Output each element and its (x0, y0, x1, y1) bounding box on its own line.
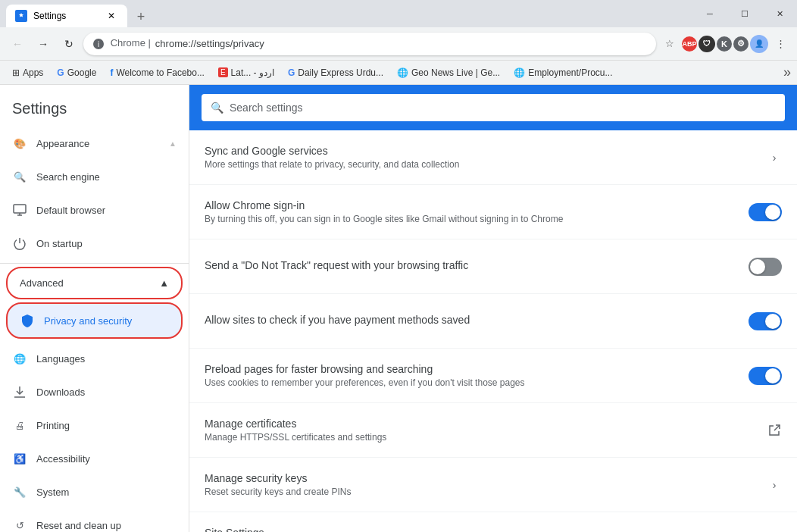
url-input[interactable]: i Chrome | chrome://settings/privacy (83, 33, 656, 55)
sidebar-item-label: Default browser (36, 205, 105, 216)
chrome-signin-toggle[interactable] (749, 203, 782, 221)
bookmark-apps[interactable]: ⊞ Apps (6, 64, 49, 81)
setting-security-keys[interactable]: Manage security keys Reset security keys… (189, 458, 797, 512)
sidebar-item-reset-clean[interactable]: ↺ Reset and clean up (0, 509, 189, 532)
sidebar-item-languages[interactable]: 🌐 Languages (0, 342, 189, 375)
tab-bar: Settings ✕ + ─ ☐ ✕ (0, 0, 797, 27)
url-path: chrome://settings/privacy (155, 38, 264, 49)
search-input[interactable]: 🔍 Search settings (202, 94, 785, 121)
new-tab-button[interactable]: + (130, 6, 152, 27)
search-icon: 🔍 (12, 169, 27, 184)
bookmark-label: Welcome to Facebo... (116, 67, 205, 78)
close-button[interactable]: ✕ (762, 0, 797, 27)
setting-keys-text: Manage security keys Reset security keys… (205, 472, 755, 497)
settings-tab[interactable]: Settings ✕ (6, 5, 127, 27)
sidebar-title: Settings (0, 85, 189, 127)
tab-close-button[interactable]: ✕ (105, 9, 118, 23)
adblock-icon[interactable]: ABP (682, 36, 697, 52)
toggle-knob (765, 205, 780, 220)
sidebar-item-label: Privacy and security (44, 315, 132, 327)
sidebar-item-label: System (36, 487, 69, 498)
bookmark-daily-express[interactable]: G Daily Express Urdu... (282, 64, 389, 81)
advanced-collapse-icon: ▲ (159, 277, 169, 289)
setting-sync-google[interactable]: Sync and Google services More settings t… (189, 130, 797, 185)
chevron-right-icon: › (767, 150, 782, 165)
toolbar-icons: ☆ ABP 🛡 K ⚙ 👤 ⋮ (659, 33, 791, 55)
download-icon (12, 384, 27, 399)
setting-certs-text: Manage certificates Manage HTTPS/SSL cer… (205, 418, 755, 443)
search-bar: 🔍 Search settings (189, 85, 797, 130)
svg-rect-2 (14, 205, 26, 213)
sidebar-item-label: Printing (36, 420, 70, 431)
sidebar-item-search-engine[interactable]: 🔍 Search engine (0, 160, 189, 193)
back-button[interactable]: ← (6, 33, 29, 55)
external-link-icon (767, 423, 782, 438)
sidebar-item-system[interactable]: 🔧 System (0, 475, 189, 509)
advanced-label: Advanced (20, 277, 64, 289)
geo-favicon: 🌐 (397, 67, 408, 78)
setting-manage-certificates[interactable]: Manage certificates Manage HTTPS/SSL cer… (189, 403, 797, 458)
ext2-icon[interactable]: K (717, 36, 732, 52)
bookmark-label: Employment/Procu... (528, 67, 612, 78)
ext3-icon[interactable]: ⚙ (733, 36, 749, 52)
power-icon (12, 236, 27, 251)
address-bar: ← → ↻ i Chrome | chrome://settings/priva… (0, 27, 797, 61)
daily-express-favicon: G (288, 67, 295, 78)
bookmark-star-icon[interactable]: ☆ (659, 33, 680, 55)
setting-payment-title: Allow sites to check if you have payment… (205, 314, 736, 326)
facebook-favicon: f (110, 67, 113, 78)
setting-payment-methods[interactable]: Allow sites to check if you have payment… (189, 294, 797, 349)
payment-methods-toggle[interactable] (749, 312, 782, 330)
bookmarks-more-button[interactable]: » (783, 64, 791, 80)
bookmark-lat[interactable]: E Lat... - اردو (212, 64, 280, 81)
sidebar-item-privacy-security[interactable]: Privacy and security (6, 302, 183, 339)
refresh-icon: ↻ (64, 38, 73, 50)
sidebar-item-appearance[interactable]: 🎨 Appearance ▲ (0, 127, 189, 160)
svg-text:i: i (98, 40, 99, 49)
refresh-button[interactable]: ↻ (58, 33, 80, 55)
minimize-button[interactable]: ─ (692, 0, 727, 27)
maximize-button[interactable]: ☐ (727, 0, 762, 27)
ext1-icon[interactable]: 🛡 (699, 36, 715, 52)
setting-preload-pages[interactable]: Preload pages for faster browsing and se… (189, 349, 797, 403)
preload-pages-toggle[interactable] (749, 367, 782, 385)
setting-chrome-signin[interactable]: Allow Chrome sign-in By turning this off… (189, 185, 797, 239)
toggle-knob (765, 314, 780, 329)
lat-favicon: E (218, 67, 228, 77)
advanced-header[interactable]: Advanced ▲ (6, 267, 183, 299)
bookmark-label: Lat... - اردو (231, 67, 274, 78)
bookmark-facebook[interactable]: f Welcome to Facebo... (104, 64, 211, 81)
tab-title: Settings (33, 11, 66, 21)
sidebar-item-printing[interactable]: 🖨 Printing (0, 408, 189, 442)
sidebar-item-label: Languages (36, 353, 85, 365)
bookmark-geo-news[interactable]: 🌐 Geo News Live | Ge... (391, 64, 506, 81)
chrome-menu-icon[interactable]: ⋮ (770, 33, 791, 55)
bookmark-google[interactable]: G Google (51, 64, 102, 81)
sidebar-item-label: Search engine (36, 171, 100, 183)
bookmark-label: Google (67, 67, 97, 78)
setting-site-settings[interactable]: Site Settings Control what information w… (189, 512, 797, 532)
sidebar-item-default-browser[interactable]: Default browser (0, 193, 189, 227)
employment-favicon: 🌐 (514, 67, 525, 78)
bookmark-label: Geo News Live | Ge... (411, 67, 500, 78)
forward-button[interactable]: → (32, 33, 55, 55)
setting-signin-text: Allow Chrome sign-in By turning this off… (205, 199, 736, 224)
setting-preload-desc: Uses cookies to remember your preference… (205, 377, 736, 388)
profile-icon[interactable]: 👤 (750, 35, 768, 53)
window-controls: ─ ☐ ✕ (692, 0, 797, 27)
reset-icon: ↺ (12, 518, 27, 532)
setting-do-not-track[interactable]: Send a "Do Not Track" request with your … (189, 239, 797, 294)
bookmark-employment[interactable]: 🌐 Employment/Procu... (508, 64, 618, 81)
main-layout: Settings 🎨 Appearance ▲ 🔍 Search engine … (0, 85, 797, 532)
sidebar-item-downloads[interactable]: Downloads (0, 375, 189, 408)
setting-certs-desc: Manage HTTPS/SSL certificates and settin… (205, 432, 755, 443)
setting-certs-title: Manage certificates (205, 418, 755, 430)
setting-keys-title: Manage security keys (205, 472, 755, 484)
sidebar-item-on-startup[interactable]: On startup (0, 227, 189, 260)
content-area: 🔍 Search settings Sync and Google servic… (189, 85, 797, 532)
sidebar-divider (0, 263, 189, 264)
apps-icon: ⊞ (12, 67, 20, 78)
sidebar-item-accessibility[interactable]: ♿ Accessibility (0, 442, 189, 475)
tab-favicon (15, 10, 27, 22)
do-not-track-toggle[interactable] (749, 258, 782, 276)
